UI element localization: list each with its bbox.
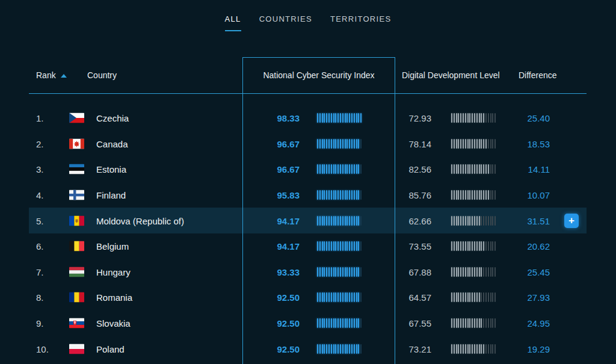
table-row[interactable]: 6.Belgium94.1773.5520.62 (29, 233, 587, 259)
difference-value: 10.07 (513, 190, 550, 200)
difference-value: 27.93 (513, 292, 550, 303)
ddl-score: 72.93 (398, 113, 431, 123)
difference-value: 14.11 (513, 164, 550, 174)
ddl-score: 85.76 (398, 190, 431, 200)
country-name: Estonia (96, 164, 126, 174)
rank-value: 4. (36, 190, 44, 200)
ncsi-score: 92.50 (260, 292, 300, 303)
ncsi-score-gauge (317, 241, 362, 251)
difference-value: 24.95 (513, 318, 550, 329)
ncsi-score: 98.33 (260, 113, 300, 123)
flag-poland-icon (69, 344, 84, 354)
ncsi-score-gauge (317, 292, 362, 302)
ddl-score-gauge (451, 216, 496, 226)
ncsi-score-gauge (317, 318, 362, 328)
column-header-country[interactable]: Country (87, 70, 117, 80)
table-row[interactable]: 1.Czechia98.3372.9325.40 (29, 105, 587, 131)
ncsi-score: 93.33 (260, 267, 300, 277)
country-table-body: 1.Czechia98.3372.9325.402.Canada96.6778.… (29, 105, 587, 362)
ddl-gauge-cell (451, 113, 496, 123)
ddl-score-gauge (451, 267, 496, 277)
ddl-gauge-cell (451, 216, 496, 226)
ddl-score: 73.55 (398, 241, 431, 251)
flag-estonia-icon (69, 164, 84, 174)
table-row[interactable]: 3.Estonia96.6782.5614.11 (29, 156, 587, 182)
table-row[interactable]: 7.Hungary93.3367.8825.45 (29, 259, 587, 285)
ncsi-score: 95.83 (260, 190, 300, 200)
ncsi-gauge-cell (317, 190, 362, 200)
flag-romania-icon (69, 292, 84, 303)
difference-value: 20.62 (513, 241, 550, 251)
ddl-gauge-cell (451, 292, 496, 302)
ddl-score-gauge (451, 139, 496, 149)
ddl-gauge-cell (451, 318, 496, 328)
table-row[interactable]: 5.Moldova (Republic of)94.1762.6631.51+ (29, 208, 587, 233)
ddl-gauge-cell (451, 344, 496, 354)
ncsi-gauge-cell (317, 267, 362, 277)
rank-value: 1. (36, 113, 44, 123)
rank-label: Rank (36, 70, 56, 80)
country-name: Slovakia (96, 318, 131, 329)
ncsi-score-gauge (317, 113, 362, 123)
ncsi-gauge-cell (317, 292, 362, 302)
ddl-score-gauge (451, 344, 496, 354)
ncsi-score-gauge (317, 267, 362, 277)
country-name: Romania (96, 292, 132, 303)
ddl-score: 67.88 (398, 267, 431, 277)
rank-value: 9. (36, 318, 44, 329)
table-row[interactable]: 2.Canada96.6778.1418.53 (29, 131, 587, 157)
expand-row-cell: + (564, 214, 579, 228)
rank-value: 10. (36, 344, 49, 354)
country-name: Czechia (96, 113, 129, 123)
ncsi-gauge-cell (317, 139, 362, 149)
ncsi-score-gauge (317, 164, 362, 174)
ddl-gauge-cell (451, 139, 496, 149)
ddl-gauge-cell (451, 267, 496, 277)
difference-value: 19.29 (513, 344, 550, 354)
column-header-ddl[interactable]: Digital Development Level (402, 70, 500, 80)
flag-hungary-icon (69, 267, 84, 277)
ddl-score: 64.57 (398, 292, 431, 303)
ddl-score: 82.56 (398, 164, 431, 174)
expand-row-button[interactable]: + (564, 214, 579, 228)
ddl-gauge-cell (451, 241, 496, 251)
ncsi-gauge-cell (317, 113, 362, 123)
ncsi-score-gauge (317, 139, 362, 149)
ncsi-score-gauge (317, 216, 362, 226)
difference-value: 31.51 (513, 215, 550, 226)
tab-all[interactable]: ALL (225, 14, 241, 31)
ncsi-score-gauge (317, 190, 362, 200)
table-row[interactable]: 10.Poland92.5073.2119.29 (29, 336, 587, 362)
ncsi-gauge-cell (317, 164, 362, 174)
column-header-ncsi[interactable]: National Cyber Security Index (242, 70, 395, 80)
country-name: Finland (96, 190, 126, 200)
table-row[interactable]: 8.Romania92.5064.5727.93 (29, 285, 587, 310)
table-row[interactable]: 9.Slovakia92.5067.5524.95 (29, 310, 587, 336)
difference-value: 25.40 (513, 113, 550, 123)
flag-slovakia-icon (69, 318, 84, 329)
difference-value: 18.53 (513, 138, 550, 149)
table-row[interactable]: 4.Finland95.8385.7610.07 (29, 182, 587, 208)
ncsi-score: 94.17 (260, 241, 300, 251)
flag-belgium-icon (69, 241, 84, 251)
ddl-score-gauge (451, 292, 496, 302)
ncsi-score: 96.67 (260, 138, 300, 149)
tab-countries[interactable]: COUNTRIES (259, 14, 312, 31)
column-header-rank[interactable]: Rank (36, 70, 67, 80)
flag-czechia-icon (69, 113, 84, 123)
sort-ascending-icon (61, 74, 67, 78)
country-name: Moldova (Republic of) (96, 215, 184, 226)
ddl-score: 73.21 (398, 344, 431, 354)
ddl-gauge-cell (451, 190, 496, 200)
ddl-score-gauge (451, 164, 496, 174)
ddl-score-gauge (451, 318, 496, 328)
ncsi-score: 92.50 (260, 344, 300, 354)
rank-value: 7. (36, 267, 44, 277)
ncsi-gauge-cell (317, 318, 362, 328)
column-header-difference[interactable]: Difference (519, 70, 557, 80)
rank-value: 6. (36, 241, 44, 251)
tab-territories[interactable]: TERRITORIES (330, 14, 391, 31)
rank-value: 5. (36, 215, 44, 226)
ncsi-score-gauge (317, 344, 362, 354)
ncsi-gauge-cell (317, 344, 362, 354)
